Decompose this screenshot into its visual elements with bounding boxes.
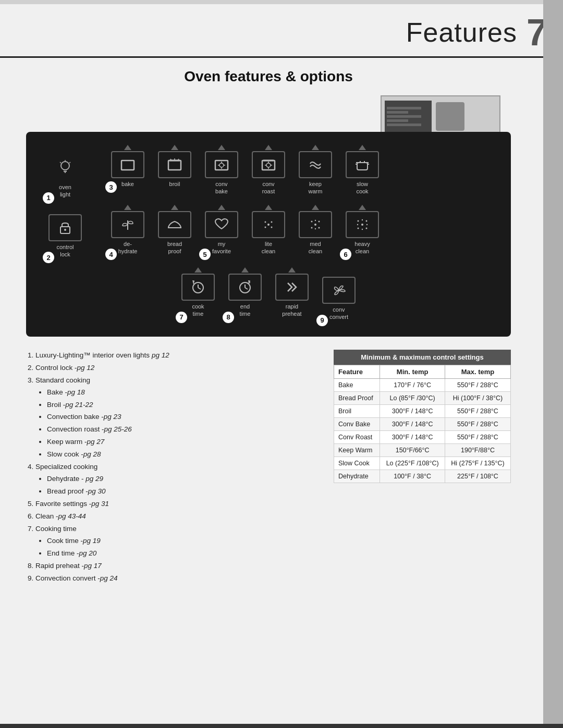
keep-warm-label: keepwarm xyxy=(309,180,323,195)
slow-cook-icon-box[interactable] xyxy=(346,151,379,178)
list-item-4: Specialized cooking Dehydrate - pg 29 Br… xyxy=(35,461,318,498)
bread-proof-cell: breadproof xyxy=(151,205,198,255)
bake-icon xyxy=(118,155,137,174)
keep-warm-arrow xyxy=(312,145,319,150)
col-max-temp: Max. temp xyxy=(445,365,510,378)
cook-time-icon xyxy=(189,278,207,297)
table-row: Keep Warm150°F/66°C190°F/88°C xyxy=(334,443,511,456)
svg-point-14 xyxy=(219,163,224,167)
sub-item-bread-proof: Bread proof -pg 30 xyxy=(47,486,318,498)
med-clean-label: medclean xyxy=(309,240,322,255)
svg-line-58 xyxy=(198,288,201,289)
svg-point-47 xyxy=(361,224,363,226)
rapid-preheat-icon-box[interactable] xyxy=(275,274,309,301)
heavy-clean-icon-box[interactable] xyxy=(346,211,379,238)
col-min-temp: Min. temp xyxy=(380,365,445,378)
lite-clean-arrow xyxy=(265,205,272,210)
end-time-arrow xyxy=(241,267,249,273)
conv-convert-icon xyxy=(329,281,348,300)
control-panel: ovenlight 1 bake 3 xyxy=(26,132,511,337)
dehydrate-icon-box[interactable] xyxy=(111,211,144,238)
svg-point-50 xyxy=(358,227,359,229)
badge-4: 4 xyxy=(105,249,117,260)
table-row: Slow CookLo (225°F /108°C)Hi (275°F / 13… xyxy=(334,456,511,470)
control-lock-icon xyxy=(56,218,75,237)
lite-clean-icon-box[interactable] xyxy=(252,211,285,238)
badge-3: 3 xyxy=(105,181,117,193)
list-item-7: Cooking time Cook time -pg 19 End time -… xyxy=(35,523,318,560)
broil-icon xyxy=(165,155,184,174)
broil-icon-box[interactable] xyxy=(158,151,191,178)
table-row: Dehydrate100°F / 38°C225°F / 108°C xyxy=(334,470,511,483)
table-cell: 170°F / 76°C xyxy=(380,378,445,391)
list-item-6: Clean -pg 43-44 xyxy=(35,511,318,523)
cook-time-cell: cooktime 7 xyxy=(175,267,222,318)
conv-roast-icon-box[interactable] xyxy=(252,151,285,178)
cook-time-icon-box[interactable] xyxy=(181,274,215,301)
svg-point-52 xyxy=(362,219,363,220)
badge-7: 7 xyxy=(176,312,187,323)
display-button[interactable] xyxy=(436,102,464,131)
table-cell: Lo (85°F /30°C) xyxy=(380,391,445,404)
conv-bake-icon-box[interactable] xyxy=(205,151,238,178)
svg-point-62 xyxy=(338,289,340,291)
svg-point-36 xyxy=(265,221,266,223)
table-cell: 100°F / 38°C xyxy=(380,470,445,483)
svg-line-61 xyxy=(245,288,248,289)
dehydrate-cell: de-hydrate 4 xyxy=(104,205,151,255)
list-item-4-sub: Dehydrate - pg 29 Bread proof -pg 30 xyxy=(35,473,318,498)
oven-light-cell: ovenlight 1 xyxy=(42,145,89,199)
svg-point-38 xyxy=(265,226,266,228)
my-favorite-icon-box[interactable] xyxy=(205,211,238,238)
svg-point-43 xyxy=(311,227,313,228)
dehydrate-label: de-hydrate xyxy=(118,240,138,255)
med-clean-icon xyxy=(306,215,325,234)
table-cell: Dehydrate xyxy=(334,470,380,483)
keep-warm-icon-box[interactable] xyxy=(299,151,332,178)
sub-item-slow-cook: Slow cook -pg 28 xyxy=(47,449,318,461)
med-clean-icon-box[interactable] xyxy=(299,211,332,238)
end-time-icon-box[interactable] xyxy=(228,274,262,301)
slow-cook-cell: slowcook xyxy=(339,145,386,195)
heart-icon xyxy=(212,215,231,234)
svg-point-51 xyxy=(366,227,368,229)
lite-clean-label: liteclean xyxy=(262,240,275,255)
control-lock-icon-box[interactable] xyxy=(48,214,82,241)
sub-item-bake: Bake -pg 18 xyxy=(47,387,318,399)
cook-time-arrow xyxy=(194,267,202,273)
list-item-1: Luxury-Lighting™ interior oven lights pg… xyxy=(35,350,318,362)
control-lock-cell: controllock 2 xyxy=(42,205,89,258)
list-item-8: Rapid preheat -pg 17 xyxy=(35,560,318,572)
svg-point-46 xyxy=(315,228,316,229)
display-line-2 xyxy=(387,111,408,114)
med-clean-cell: medclean xyxy=(292,205,339,255)
bread-proof-icon-box[interactable] xyxy=(158,211,191,238)
dehydrate-arrow xyxy=(124,205,131,210)
conv-convert-label: convconvert xyxy=(329,306,348,321)
table-cell: 550°F / 288°C xyxy=(445,378,510,391)
svg-point-41 xyxy=(311,220,313,222)
table-row: Conv Roast300°F / 148°C550°F / 288°C xyxy=(334,430,511,443)
svg-point-37 xyxy=(271,221,273,223)
end-time-cell: endtime 8 xyxy=(222,267,268,318)
oven-light-icon-box[interactable] xyxy=(48,154,82,181)
svg-point-55 xyxy=(366,224,368,225)
conv-convert-icon-box[interactable] xyxy=(322,277,356,304)
cook-time-label: cooktime xyxy=(192,303,204,318)
bake-label: bake xyxy=(121,180,134,188)
right-sidebar xyxy=(543,0,563,728)
bread-proof-arrow xyxy=(171,205,178,210)
oven-display-area xyxy=(26,95,511,137)
svg-point-45 xyxy=(315,219,316,220)
temp-table: Feature Min. temp Max. temp Bake170°F / … xyxy=(334,365,511,483)
table-header-row: Feature Min. temp Max. temp xyxy=(334,365,511,378)
bake-icon-box[interactable] xyxy=(111,151,144,178)
svg-point-0 xyxy=(61,162,69,170)
panel-row-3: cooktime 7 endtime 8 xyxy=(42,267,495,321)
table-cell: Bake xyxy=(334,378,380,391)
svg-point-35 xyxy=(267,224,270,226)
svg-point-39 xyxy=(271,226,273,228)
main-content: Oven features & options xyxy=(0,58,542,596)
my-favorite-cell: myfavorite 5 xyxy=(198,205,245,255)
table-cell: Lo (225°F /108°C) xyxy=(380,456,445,470)
